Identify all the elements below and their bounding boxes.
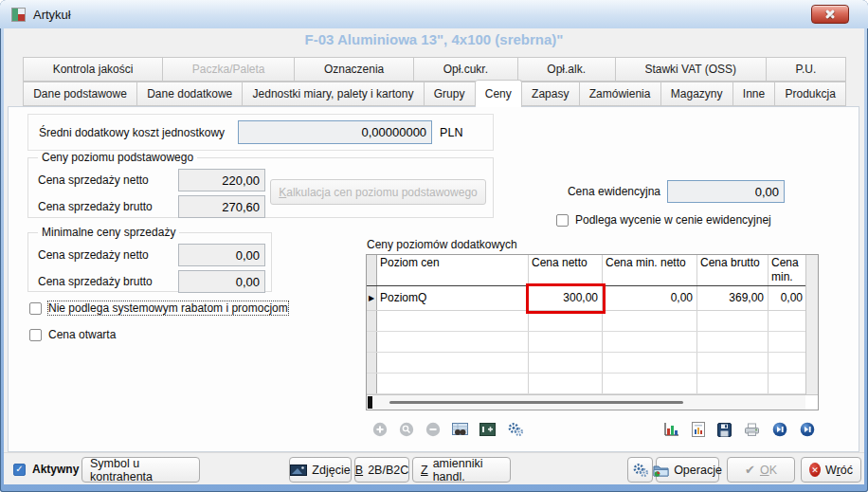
save-icon[interactable] (717, 423, 732, 437)
window-title: Artykuł (33, 8, 71, 22)
table-cell: Cena min. netto (603, 255, 697, 285)
tab-oznaczenia[interactable]: Oznaczenia (295, 57, 414, 82)
table-cell (367, 311, 377, 331)
table-empty-row (367, 311, 806, 332)
avg-cost-unit: PLN (440, 126, 462, 139)
table-cell (367, 353, 377, 373)
table-cell (603, 374, 697, 393)
record-price-checkbox[interactable]: Podlega wycenie w cenie ewidencyjnej (556, 213, 771, 227)
tab-grupy[interactable]: Grupy (425, 82, 476, 106)
photo-button-label: Zdjęcie (312, 464, 350, 477)
table-cell (367, 255, 377, 285)
min-prices-group: Minimalne ceny sprzedaży Cena sprzedaży … (27, 226, 272, 292)
tab-opł-alk-[interactable]: Opł.alk. (518, 57, 616, 82)
red-x-icon: ✕ (809, 463, 821, 477)
hscroll-stub (368, 396, 372, 409)
checkbox-box (29, 329, 42, 341)
tab-p-u-[interactable]: P.U. (767, 57, 846, 82)
checkbox-label: Podlega wycenie w cenie ewidencyjnej (575, 213, 771, 227)
gears-icon[interactable] (507, 422, 524, 437)
base-gross-field[interactable] (178, 195, 265, 218)
table-cell (377, 353, 529, 373)
hscroll-thumb[interactable] (389, 401, 683, 404)
table-cell (769, 332, 806, 352)
table-horizontal-scrollbar[interactable] (367, 394, 818, 410)
table-cell (377, 374, 529, 393)
min-prices-legend: Minimalne ceny sprzedaży (38, 226, 179, 239)
avg-cost-label: Średni dodatkowy koszt jednostkowy (39, 126, 225, 139)
avg-cost-field[interactable] (238, 120, 432, 144)
base-net-field[interactable] (178, 169, 265, 191)
table-empty-row (367, 332, 806, 353)
table-cell: Poziom cen (377, 255, 529, 285)
record-price-field[interactable] (667, 180, 785, 203)
table-vertical-scrollbar[interactable] (805, 255, 818, 394)
tab-stawki-vat-oss-[interactable]: Stawki VAT (OSS) (616, 57, 767, 82)
tab-row-secondary: Kontrola jakościPaczka/PaletaOznaczeniaO… (23, 57, 846, 82)
tab-inne[interactable]: Inne (733, 82, 776, 106)
tab-zamówienia[interactable]: Zamówienia (580, 82, 661, 106)
min-net-field[interactable] (178, 244, 265, 266)
no-rebates-checkbox[interactable]: Nie podlega systemowym rabatom i promocj… (29, 301, 288, 315)
close-button[interactable] (811, 5, 849, 24)
table-cell: 0,00 (603, 286, 697, 310)
table-cell (697, 332, 769, 352)
photo-button[interactable]: Zdjęcie (289, 457, 352, 483)
table-cell (603, 311, 697, 331)
add-icon[interactable] (372, 422, 388, 437)
zoom-icon[interactable] (399, 422, 414, 437)
gears-icon (632, 463, 649, 478)
tab-row-primary: Dane podstawoweDane dodatkoweJednostki m… (23, 82, 846, 106)
tab-produkcja[interactable]: Produkcja (775, 82, 846, 106)
table-cell (769, 311, 806, 331)
min-gross-field[interactable] (178, 270, 265, 293)
calc-base-prices-button[interactable]: Kalkulacja cen poziomu podstawowego (270, 179, 486, 205)
tab-kontrola-jakości[interactable]: Kontrola jakości (23, 57, 163, 82)
scrollbar-corner (805, 395, 818, 410)
tab-paczka-paleta[interactable]: Paczka/Paleta (163, 57, 295, 82)
table-cell: PoziomQ (377, 286, 529, 310)
open-price-checkbox[interactable]: Cena otwarta (29, 328, 116, 341)
table-header-row: Poziom cenCena nettoCena min. nettoCena … (367, 255, 806, 286)
tab-jednostki-miary-palety-i-kartony[interactable]: Jednostki miary, palety i kartony (243, 82, 424, 106)
substitutes-button[interactable]: Zamienniki handl. (412, 457, 511, 483)
checkbox-box: ✓ (13, 464, 26, 476)
ok-button[interactable]: ✔ OK (727, 457, 795, 483)
tab-magazyny[interactable]: Magazyny (661, 82, 733, 106)
table-cell (529, 332, 603, 352)
operations-button[interactable]: Operacje (656, 457, 719, 483)
base-prices-group: Ceny poziomu podstawowego Cena sprzedaży… (27, 151, 494, 218)
remove-icon[interactable] (425, 422, 441, 437)
table-toolbar-right (663, 422, 819, 437)
search-table-icon[interactable] (452, 423, 468, 437)
base-net-label: Cena sprzedaży netto (38, 173, 178, 187)
symbol-button[interactable]: Symbol u kontrahenta (81, 457, 200, 483)
tab-dane-dodatkowe[interactable]: Dane dodatkowe (137, 82, 243, 106)
edit-values-icon[interactable] (479, 423, 496, 436)
tab-opł-cukr-[interactable]: Opł.cukr. (414, 57, 518, 82)
back-button[interactable]: ✕ Wróć (801, 457, 861, 483)
checkbox-box (556, 214, 569, 227)
avg-cost-box: Średni dodatkowy koszt jednostkowy PLN (27, 114, 494, 151)
table-cell: Cena min. (769, 255, 806, 285)
table-cell (603, 353, 697, 373)
record-price-row: Cena ewidencyjna (525, 180, 785, 203)
active-checkbox[interactable]: ✓ Aktywny (13, 463, 79, 476)
chart-icon[interactable] (663, 422, 679, 437)
ok-button-label: OK (760, 464, 777, 477)
table-cell (529, 353, 603, 373)
report-icon[interactable] (692, 422, 705, 437)
media-button-2-icon[interactable] (800, 422, 815, 437)
b2b-button[interactable]: B2B/B2C (354, 457, 409, 483)
tab-dane-podstawowe[interactable]: Dane podstawowe (23, 82, 137, 106)
titlebar: Artykuł (0, 0, 868, 28)
checkbox-label: Cena otwarta (48, 328, 116, 341)
table-cell (697, 311, 769, 331)
tab-zapasy[interactable]: Zapasy (522, 82, 580, 106)
media-button-1-icon[interactable] (772, 422, 787, 437)
gears-button[interactable] (627, 457, 653, 483)
print-icon[interactable] (744, 423, 760, 437)
tab-ceny[interactable]: Ceny (476, 80, 522, 107)
table-cell (377, 332, 529, 352)
table-cell (769, 353, 806, 373)
